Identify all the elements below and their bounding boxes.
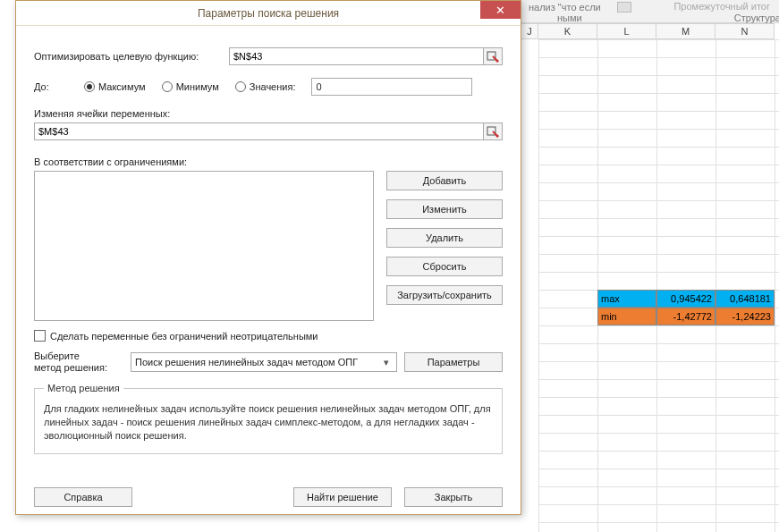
objective-label: Оптимизировать целевую функцию: (34, 51, 222, 62)
range-select-icon (487, 50, 499, 63)
dialog-bottombar: Справка Найти решение Закрыть (34, 475, 503, 507)
objective-input[interactable] (229, 47, 484, 65)
objective-row: Оптимизировать целевую функцию: (34, 47, 503, 65)
cell-min-n[interactable]: -1,24223 (715, 308, 775, 325)
cells-area[interactable]: max 0,945422 0,648181 min -1,42772 -1,24… (538, 39, 779, 532)
loadsave-button[interactable]: Загрузить/сохранить (386, 285, 503, 305)
col-header-m[interactable]: M (656, 23, 715, 39)
reset-button[interactable]: Сбросить (386, 257, 503, 276)
objective-ref-button[interactable] (483, 47, 503, 65)
subtotal-icon (617, 2, 631, 13)
radio-max-label: Максимум (98, 81, 146, 92)
constraints-buttons: Добавить Изменить Удалить Сбросить Загру… (386, 171, 503, 321)
radio-min-label: Минимум (176, 81, 219, 92)
gridlines (538, 39, 779, 532)
radio-max[interactable]: Максимум (84, 81, 146, 92)
constraints-area: Добавить Изменить Удалить Сбросить Загру… (34, 171, 503, 321)
dialog-titlebar[interactable]: Параметры поиска решения ✕ (16, 1, 521, 26)
col-header-k[interactable]: K (538, 23, 597, 39)
nonneg-label: Сделать переменные без ограничений неотр… (50, 331, 318, 342)
ribbon-whatif[interactable]: нализ "что если (529, 2, 601, 13)
radio-min[interactable]: Минимум (162, 81, 219, 92)
cell-min-label[interactable]: min (597, 308, 656, 325)
changing-row (34, 122, 503, 140)
col-header-j[interactable]: J (521, 23, 538, 39)
close-button[interactable]: ✕ (480, 1, 521, 19)
cell-min-m[interactable]: -1,42772 (656, 308, 715, 325)
constraints-list[interactable] (34, 171, 374, 321)
nonneg-checkbox[interactable]: Сделать переменные без ограничений неотр… (34, 330, 318, 342)
radio-valueof[interactable]: Значения: (235, 81, 296, 92)
cell-max-n[interactable]: 0,648181 (715, 290, 775, 308)
cell-max-m[interactable]: 0,945422 (656, 290, 715, 308)
add-button[interactable]: Добавить (386, 171, 503, 190)
changing-ref-button[interactable] (483, 122, 503, 140)
close-dialog-button[interactable]: Закрыть (404, 487, 503, 507)
params-button[interactable]: Параметры (404, 352, 503, 372)
change-button[interactable]: Изменить (386, 199, 503, 219)
delete-button[interactable]: Удалить (386, 228, 503, 248)
method-selected-text: Поиск решения нелинейных задач методом О… (135, 357, 358, 367)
radio-dot-icon (162, 81, 173, 92)
ribbon-group1: ными (557, 13, 582, 23)
constraints-label: В соответствии с ограничениями: (34, 156, 503, 167)
method-pick-label2: метод решения: (34, 362, 123, 374)
cell-max-label[interactable]: max (597, 290, 656, 308)
checkbox-icon (34, 330, 46, 342)
valueof-input[interactable] (311, 78, 472, 96)
method-pick-label1: Выберите (34, 350, 123, 362)
solve-button[interactable]: Найти решение (293, 487, 392, 507)
radio-dot-icon (235, 81, 246, 92)
solver-dialog: Параметры поиска решения ✕ Оптимизироват… (15, 0, 521, 515)
to-row: До: Максимум Минимум Значения: (34, 78, 503, 96)
changing-label: Изменяя ячейки переменных: (34, 108, 503, 119)
svg-point-3 (496, 135, 499, 138)
method-description: Для гладких нелинейных задач используйте… (44, 402, 493, 443)
radio-dot-icon (84, 81, 95, 92)
ribbon-group2: Структура (734, 13, 779, 23)
col-header-n[interactable]: N (715, 23, 775, 39)
ribbon-subtotal-label: Промежуточный итог (673, 1, 770, 12)
radio-valueof-label: Значения: (250, 81, 296, 92)
col-header-l[interactable]: L (597, 23, 656, 39)
method-legend: Метод решения (44, 383, 123, 393)
dialog-title: Параметры поиска решения (16, 7, 521, 20)
row-max: max 0,945422 0,648181 (597, 290, 775, 308)
changing-input[interactable] (34, 122, 484, 140)
help-button[interactable]: Справка (34, 487, 132, 507)
to-label: До: (34, 81, 77, 92)
dialog-body: Оптимизировать целевую функцию: До: Макс… (16, 26, 521, 514)
method-select[interactable]: Поиск решения нелинейных задач методом О… (131, 352, 397, 372)
ribbon-whatif-label: нализ "что если (529, 2, 601, 13)
method-fieldset: Метод решения Для гладких нелинейных зад… (34, 383, 503, 454)
ribbon-group-labels: ными Структура (521, 13, 779, 23)
chevron-down-icon: ▾ (380, 357, 393, 368)
close-icon: ✕ (495, 4, 505, 17)
range-select-icon (487, 125, 499, 138)
method-row: Выберите метод решения: Поиск решения не… (34, 350, 503, 374)
svg-point-1 (496, 60, 499, 63)
row-min: min -1,42772 -1,24223 (597, 308, 775, 325)
